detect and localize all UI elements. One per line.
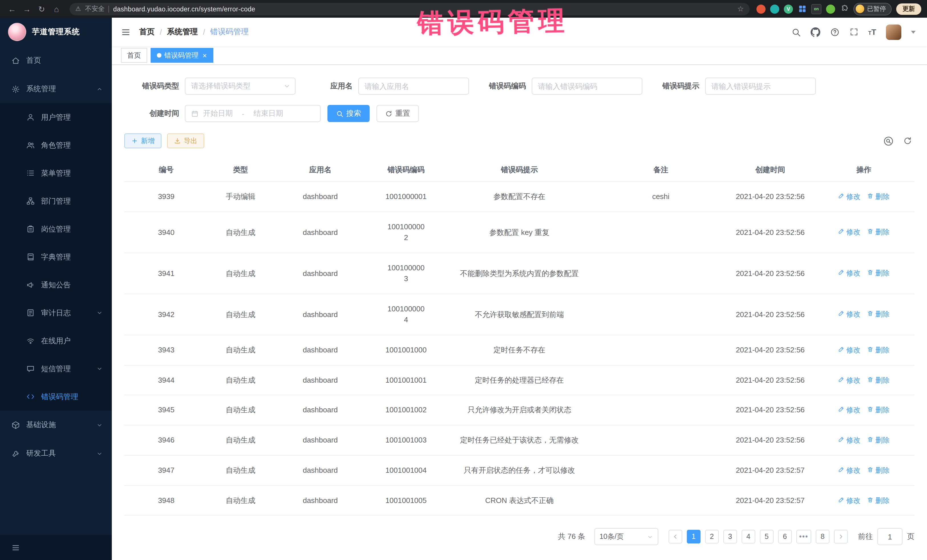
github-icon[interactable]	[811, 27, 820, 37]
page-button-1[interactable]: 1	[687, 530, 701, 544]
breadcrumb-home[interactable]: 首页	[139, 27, 155, 37]
vue-devtools-extension-icon[interactable]: V	[784, 4, 793, 14]
help-icon[interactable]	[830, 27, 840, 37]
edit-link[interactable]: 修改	[838, 435, 860, 446]
hamburger-icon[interactable]	[121, 27, 131, 37]
extensions-puzzle-icon[interactable]	[840, 4, 849, 14]
delete-link[interactable]: 删除	[868, 227, 890, 238]
edit-link[interactable]: 修改	[838, 310, 860, 320]
user-avatar[interactable]	[886, 24, 901, 39]
back-icon[interactable]: ←	[6, 4, 18, 14]
logo-row[interactable]: 芋道管理系统	[0, 18, 112, 46]
export-button[interactable]: 导出	[167, 134, 204, 148]
sidebar-item-6[interactable]: 岗位管理	[0, 215, 112, 243]
sidebar-item-0[interactable]: 首页	[0, 46, 112, 75]
page-button-6[interactable]: 6	[778, 530, 792, 544]
edit-link[interactable]: 修改	[838, 375, 860, 386]
reload-icon[interactable]: ↻	[35, 4, 48, 14]
sidebar-item-14[interactable]: 研发工具	[0, 439, 112, 467]
sidebar-item-5[interactable]: 部门管理	[0, 187, 112, 215]
page-button-4[interactable]: 4	[742, 530, 755, 544]
edit-link[interactable]: 修改	[838, 345, 860, 356]
more-pages-button[interactable]: •••	[796, 530, 811, 544]
refresh-table-icon[interactable]	[903, 136, 912, 146]
delete-link[interactable]: 删除	[868, 375, 890, 386]
date-range-picker[interactable]: 开始日期 - 结束日期	[185, 105, 321, 122]
leaf-extension-icon[interactable]	[826, 4, 835, 14]
delete-link[interactable]: 删除	[868, 435, 890, 446]
sidebar-item-11[interactable]: 短信管理	[0, 355, 112, 382]
page-button-2[interactable]: 2	[705, 530, 719, 544]
browser-home-icon[interactable]: ⌂	[50, 4, 63, 14]
goto-page-input[interactable]	[877, 528, 903, 545]
switch-extension-icon[interactable]: on	[811, 4, 821, 14]
delete-icon	[868, 465, 874, 476]
column-header-1: 类型	[208, 159, 273, 182]
delete-link[interactable]: 删除	[868, 465, 890, 476]
tab-error-code[interactable]: 错误码管理 ×	[150, 48, 213, 63]
page-size-value: 10条/页	[600, 532, 624, 542]
sidebar-item-2[interactable]: 用户管理	[0, 103, 112, 131]
delete-link[interactable]: 删除	[868, 495, 890, 506]
prev-page-button[interactable]	[669, 530, 682, 544]
forward-icon[interactable]: →	[21, 4, 33, 14]
delete-link[interactable]: 删除	[868, 310, 890, 320]
tab-home[interactable]: 首页	[121, 48, 147, 63]
edit-link[interactable]: 修改	[838, 465, 860, 476]
reset-button[interactable]: 重置	[377, 105, 419, 122]
fullscreen-icon[interactable]	[849, 27, 859, 36]
edit-link[interactable]: 修改	[838, 191, 860, 202]
profile-chip[interactable]: 已暂停	[853, 3, 892, 15]
error-code-input[interactable]	[532, 77, 642, 95]
chevron-down-icon[interactable]	[911, 30, 916, 33]
sidebar-item-8[interactable]: 通知公告	[0, 271, 112, 299]
page-button-5[interactable]: 5	[760, 530, 774, 544]
edit-link[interactable]: 修改	[838, 268, 860, 279]
close-icon[interactable]: ×	[202, 52, 207, 59]
sidebar-item-13[interactable]: 基础设施	[0, 411, 112, 439]
next-page-button[interactable]	[834, 530, 848, 544]
drop-extension-icon[interactable]	[770, 4, 779, 14]
sidebar-item-1[interactable]: 系统管理	[0, 75, 112, 103]
sidebar-item-10[interactable]: 在线用户	[0, 327, 112, 355]
delete-link[interactable]: 删除	[868, 405, 890, 416]
sms-icon	[26, 364, 35, 373]
update-button[interactable]: 更新	[896, 3, 921, 15]
delete-link[interactable]: 删除	[868, 191, 890, 202]
sidebar-item-9[interactable]: 审计日志	[0, 299, 112, 327]
page-size-select[interactable]: 10条/页	[594, 528, 658, 545]
cell-time: 2021-04-20 23:52:56	[727, 425, 813, 455]
page-button-3[interactable]: 3	[723, 530, 737, 544]
breadcrumb-system[interactable]: 系统管理	[167, 27, 198, 37]
error-msg-input[interactable]	[705, 77, 816, 95]
sidebar-item-7[interactable]: 字典管理	[0, 243, 112, 271]
add-button[interactable]: 新增	[125, 134, 161, 148]
page-button-8[interactable]: 8	[816, 530, 830, 544]
search-button[interactable]: 搜索	[327, 105, 370, 122]
edit-link[interactable]: 修改	[838, 495, 860, 506]
audit-log-icon	[26, 308, 35, 317]
font-size-icon[interactable]: TT	[868, 27, 876, 36]
address-bar[interactable]: ⚠ 不安全 dashboard.yudao.iocoder.cn/system/…	[70, 3, 749, 15]
sidebar-item-label: 审计日志	[41, 308, 90, 318]
filter-app-name: 应用名	[298, 77, 469, 95]
sidebar-item-3[interactable]: 角色管理	[0, 131, 112, 159]
delete-link[interactable]: 删除	[868, 345, 890, 356]
sidebar-item-label: 通知公告	[41, 280, 103, 290]
error-type-select[interactable]: 请选择错误码类型	[185, 77, 295, 95]
app-name-input[interactable]	[358, 77, 469, 95]
search-icon[interactable]	[791, 27, 801, 37]
cell-memo	[594, 253, 727, 294]
show-search-icon[interactable]	[883, 135, 894, 146]
sidebar-item-12[interactable]: 错误码管理	[0, 382, 112, 411]
sidebar-item-4[interactable]: 菜单管理	[0, 159, 112, 187]
adblock-extension-icon[interactable]	[757, 4, 766, 14]
edit-link[interactable]: 修改	[838, 227, 860, 238]
delete-link[interactable]: 删除	[868, 268, 890, 279]
bookmark-star-icon[interactable]: ☆	[737, 5, 744, 13]
grid-extension-icon[interactable]	[798, 4, 807, 14]
cell-operations: 修改删除	[813, 425, 915, 455]
sidebar-footer[interactable]	[0, 535, 112, 560]
edit-link[interactable]: 修改	[838, 405, 860, 416]
cell-type: 自动生成	[208, 212, 273, 253]
